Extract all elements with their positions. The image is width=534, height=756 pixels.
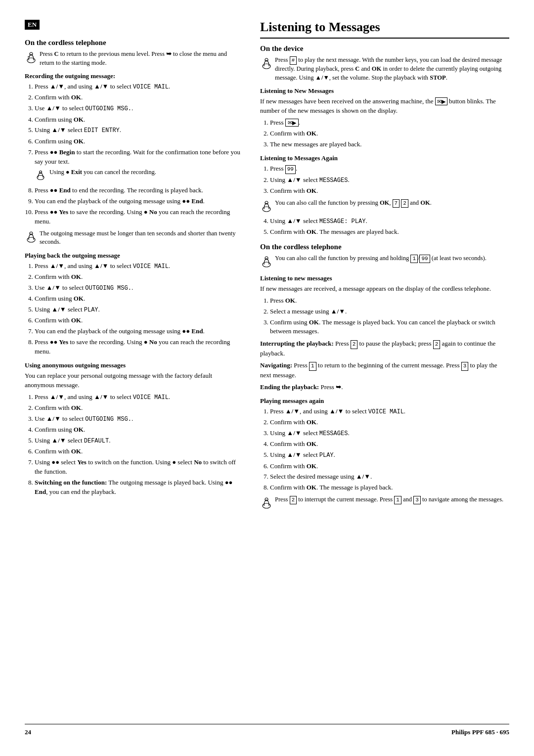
left-cordless-title: On the cordless telephone: [25, 39, 242, 47]
cordless-new-steps: Press OK. Select a message using ▲/▼. Co…: [260, 296, 509, 336]
list-item: Press ▲/▼, and using ▲/▼ to select VOICE…: [270, 407, 509, 416]
note-navigate-text: Press 2 to interrupt the current message…: [275, 495, 509, 504]
cordless-new-messages: Listening to new messages If new message…: [260, 274, 509, 336]
list-item: Confirm using OK. The message is played …: [270, 318, 509, 337]
list-item: Use ▲/▼ to select OUTGOING MSG..: [35, 104, 242, 113]
note-exit-text: Using ● Exit you can cancel the recordin…: [49, 168, 242, 177]
list-item: The new messages are played back.: [270, 140, 509, 149]
messages-again-steps1: Press 99. Using ▲/▼ select MESSAGES. Con…: [260, 164, 509, 196]
device-intro-text: Press # to play the next message. With t…: [275, 56, 509, 82]
note-hold-text: You can also call the function by pressi…: [275, 254, 509, 263]
list-item: Press 99.: [270, 164, 509, 174]
note-icon-navigate: [260, 495, 275, 511]
en-badge: EN: [25, 20, 40, 30]
svg-point-9: [265, 201, 268, 204]
svg-point-7: [265, 58, 268, 61]
note-also-ok-text: You can also call the function by pressi…: [275, 199, 509, 208]
messages-again-section: Listening to Messages Again Press 99. Us…: [260, 154, 509, 237]
hand-icon-c: [25, 50, 38, 63]
note-hold: You can also call the function by pressi…: [260, 254, 509, 269]
list-item: Press ▲/▼, and using ▲/▼ to select VOICE…: [35, 262, 242, 271]
list-item: You can end the playback of the outgoing…: [35, 327, 242, 336]
svg-point-11: [265, 257, 268, 260]
recording-steps: Press ▲/▼, and using ▲/▼ to select VOICE…: [25, 82, 242, 226]
messages-again-title: Listening to Messages Again: [260, 154, 509, 162]
hand-icon-navigate: [260, 496, 273, 509]
cordless-play-again: Playing messages again Press ▲/▼, and us…: [260, 397, 509, 511]
list-item: Confirm with OK.: [270, 418, 509, 427]
footer: 24 Philips PPF 685 · 695: [25, 724, 509, 736]
note-exit: Using ● Exit you can cancel the recordin…: [35, 168, 242, 183]
cordless-new-intro: If new messages are received, a message …: [260, 284, 509, 294]
new-messages-title: Listening to New Messages: [260, 87, 509, 95]
note-c-text: Press C to return to the previous menu l…: [40, 50, 242, 67]
page-number: 24: [25, 728, 31, 736]
page: EN On the cordless telephone: [0, 0, 534, 756]
left-section-playback: Playing back the outgoing message Press …: [25, 252, 242, 356]
list-item: Use ▲/▼ to select OUTGOING MSG..: [35, 414, 242, 424]
list-item: Confirm with OK.: [35, 93, 242, 102]
list-item: Press ●● Yes to save the recording. Usin…: [35, 338, 242, 356]
cordless-new-title: Listening to new messages: [260, 274, 509, 282]
svg-point-5: [30, 232, 33, 235]
list-item: Using ▲/▼ select PLAY.: [35, 305, 242, 314]
note-c-button: Press C to return to the previous menu l…: [25, 50, 242, 67]
list-item: Press OK.: [270, 296, 509, 306]
list-item: Confirm with OK.: [270, 129, 509, 138]
new-messages-steps: Press ✉▶. Confirm with OK. The new messa…: [260, 118, 509, 149]
note-icon-device: [260, 56, 275, 71]
anonymous-steps: Press ▲/▼, and using ▲/▼ to select VOICE…: [25, 393, 242, 497]
playback-title: Playing back the outgoing message: [25, 252, 242, 260]
note-icon-length: [25, 229, 40, 245]
list-item: Using ▲/▼ select DEFAULT.: [35, 436, 242, 445]
note-navigate-messages: Press 2 to interrupt the current message…: [260, 495, 509, 511]
cordless-play-again-title: Playing messages again: [260, 397, 509, 405]
list-item: Confirm with OK. The messages are played…: [270, 227, 509, 237]
hand-icon-hold: [260, 255, 273, 267]
right-section-cordless: On the cordless telephone You can also c…: [260, 243, 509, 511]
svg-point-1: [30, 52, 33, 55]
list-item: Use ▲/▼ to select OUTGOING MSG..: [35, 283, 242, 293]
list-item: Confirm with OK.: [270, 462, 509, 471]
note-icon-c: [25, 50, 40, 65]
list-item: Confirm with OK.: [270, 440, 509, 449]
note-icon-ok: [260, 199, 275, 214]
list-item: Select a message using ▲/▼.: [270, 307, 509, 316]
note-icon-exit: [35, 168, 49, 183]
list-item: Using ▲/▼ select EDIT ENTRY.: [35, 126, 242, 135]
list-item: Confirm with OK.: [35, 403, 242, 413]
list-item: Using ●● select Yes to switch on the fun…: [35, 458, 242, 477]
list-item: Confirm with OK.: [35, 316, 242, 325]
list-item: Press ▲/▼, and using ▲/▼ to select VOICE…: [35, 393, 242, 402]
new-messages-section: Listening to New Messages If new message…: [260, 87, 509, 149]
list-item: Confirm using OK.: [35, 425, 242, 435]
list-item: Confirm with OK.: [35, 272, 242, 282]
cordless-play-steps: Press ▲/▼, and using ▲/▼ to select VOICE…: [260, 407, 509, 492]
list-item: Press ✉▶.: [270, 118, 509, 128]
list-item: Press ●● Yes to save the recording. Usin…: [35, 208, 242, 226]
recording-title: Recording the outgoing message:: [25, 72, 242, 80]
interrupting-text: Interrupting the playback: Press 2 to pa…: [260, 339, 509, 358]
main-heading: Listening to Messages: [260, 20, 509, 39]
new-messages-intro: If new messages have been received on th…: [260, 97, 509, 116]
list-item: Using ▲/▼ select MESSAGES.: [270, 429, 509, 438]
hand-icon-device: [260, 56, 273, 69]
list-item: Switching on the function: The outgoing …: [35, 478, 242, 497]
list-item: Press ●● End to end the recording. The r…: [35, 186, 242, 195]
left-section-cordless: On the cordless telephone Press C to ret…: [25, 39, 242, 247]
note-length: The outgoing message must be longer than…: [25, 229, 242, 247]
right-column: Listening to Messages On the device Pres…: [260, 20, 509, 716]
left-section-anonymous: Using anonymous outgoing messages You ca…: [25, 361, 242, 497]
note-also-ok: You can also call the function by pressi…: [260, 199, 509, 214]
ending-text: Ending the playback: Press ➥.: [260, 383, 509, 392]
list-item: Using ▲/▼ select MESSAGES.: [270, 176, 509, 185]
hand-icon-ok: [260, 199, 273, 212]
svg-point-13: [265, 498, 268, 501]
list-item: Confirm with OK.: [270, 186, 509, 196]
list-item: Using ▲/▼ select PLAY.: [270, 450, 509, 460]
list-item: Select the desired message using ▲/▼.: [270, 472, 509, 482]
right-section-device: On the device Press # to play the next m…: [260, 44, 509, 237]
note-length-text: The outgoing message must be longer than…: [40, 229, 242, 247]
list-item: Confirm using OK.: [35, 115, 242, 125]
left-column: EN On the cordless telephone: [25, 20, 242, 716]
